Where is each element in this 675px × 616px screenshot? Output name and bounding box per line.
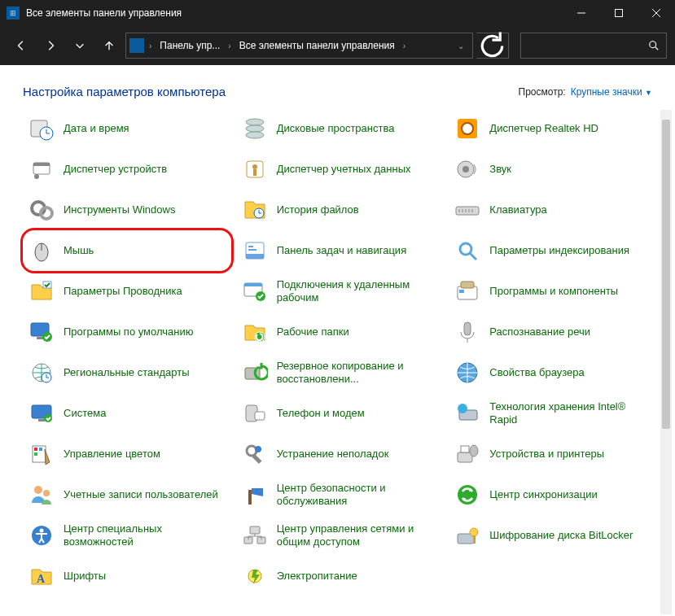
cpl-item[interactable]: Параметры индексирования <box>449 230 657 271</box>
cpl-item-label: Учетные записи пользователей <box>64 488 218 501</box>
svg-point-38 <box>460 243 471 255</box>
svg-rect-16 <box>33 163 50 166</box>
crumb-sep-icon[interactable]: › <box>226 42 232 50</box>
cpl-item-label: Диспетчер Realtek HD <box>489 122 598 135</box>
svg-point-22 <box>462 166 469 173</box>
scrollbar[interactable] <box>660 110 672 614</box>
close-button[interactable] <box>638 0 675 26</box>
svg-point-79 <box>40 529 44 533</box>
cpl-item-label: Параметры индексирования <box>489 244 629 257</box>
cpl-item[interactable]: Электропитание <box>236 556 445 596</box>
default-programs-icon <box>28 318 55 346</box>
backup-restore-icon <box>241 359 269 387</box>
cpl-item[interactable]: Устранение неполадок <box>236 434 445 474</box>
taskbar-icon <box>241 237 269 264</box>
fonts-icon: A <box>28 562 55 590</box>
svg-point-74 <box>34 486 42 494</box>
cpl-item-label: Шифрование диска BitLocker <box>489 529 633 542</box>
cpl-item[interactable]: AШрифты <box>23 556 231 596</box>
security-maintenance-icon <box>241 481 269 509</box>
cpl-item[interactable]: Рабочие папки <box>236 312 445 352</box>
crumb-sep-icon[interactable]: › <box>401 42 407 50</box>
cpl-item[interactable]: Региональные стандарты <box>23 352 231 393</box>
cpl-item[interactable]: Центр управления сетями и общим доступом <box>236 515 445 556</box>
cpl-item[interactable]: Резервное копирование и восстановлени... <box>236 352 445 393</box>
content-header: Настройка параметров компьютера Просмотр… <box>0 65 675 108</box>
forward-button[interactable] <box>37 33 64 59</box>
cpl-item[interactable]: Диспетчер Realtek HD <box>449 108 657 149</box>
keyboard-icon <box>454 196 481 224</box>
cpl-item[interactable]: Диспетчер устройств <box>23 149 231 190</box>
cpl-item[interactable]: Технология хранения Intel® Rapid <box>449 393 657 434</box>
cpl-item[interactable]: Инструменты Windows <box>23 190 231 230</box>
cpl-item[interactable]: Управление цветом <box>23 434 231 474</box>
svg-rect-61 <box>255 412 265 420</box>
cpl-item-label: Параметры Проводника <box>64 285 182 298</box>
cpl-item[interactable]: Подключения к удаленным рабочим <box>236 271 445 312</box>
recent-dropdown[interactable] <box>67 33 93 59</box>
cpl-item[interactable]: Диспетчер учетных данных <box>236 149 445 190</box>
disk-stack-icon <box>241 115 269 142</box>
power-options-icon <box>241 562 269 590</box>
cpl-item-label: Подключения к удаленным рабочим <box>277 278 440 305</box>
svg-rect-65 <box>34 448 37 451</box>
back-button[interactable] <box>8 33 34 59</box>
svg-point-73 <box>470 445 478 457</box>
cpl-item[interactable]: Телефон и модем <box>236 393 445 434</box>
cpl-item[interactable]: Учетные записи пользователей <box>23 474 231 515</box>
cpl-item-label: История файлов <box>277 203 359 216</box>
indexing-icon <box>454 237 481 264</box>
cpl-item[interactable]: Шифрование диска BitLocker <box>449 515 657 556</box>
svg-rect-48 <box>37 337 43 339</box>
address-bar[interactable]: › Панель упр... › Все элементы панели уп… <box>125 33 473 59</box>
control-panel-icon <box>129 38 144 53</box>
breadcrumb-2[interactable]: Все элементы панели управления <box>234 40 400 51</box>
speech-icon <box>454 318 481 346</box>
cpl-item[interactable]: Центр безопасности и обслуживания <box>236 474 445 515</box>
address-dropdown-icon[interactable]: ⌄ <box>453 42 469 50</box>
ease-of-access-icon <box>28 522 55 549</box>
device-manager-icon <box>28 155 55 183</box>
cpl-item[interactable]: Дисковые пространства <box>236 108 445 149</box>
cpl-item[interactable]: Система <box>23 393 231 434</box>
svg-point-4 <box>650 42 656 48</box>
cpl-item-label: Программы и компоненты <box>489 285 618 298</box>
cpl-item[interactable]: Мышь <box>23 230 231 271</box>
cpl-item[interactable]: Программы по умолчанию <box>23 312 231 352</box>
maximize-button[interactable] <box>600 0 638 26</box>
cpl-item[interactable]: Звук <box>449 149 657 190</box>
svg-point-70 <box>255 446 261 452</box>
svg-text:A: A <box>37 573 46 585</box>
cpl-item-label: Мышь <box>64 244 94 257</box>
up-button[interactable] <box>96 33 122 59</box>
cpl-item[interactable]: Распознавание речи <box>449 312 657 352</box>
cpl-item[interactable]: Параметры Проводника <box>23 271 231 312</box>
credential-manager-icon <box>241 155 269 183</box>
svg-rect-35 <box>246 254 264 259</box>
network-sharing-icon <box>241 522 269 549</box>
svg-rect-37 <box>248 249 256 251</box>
crumb-sep-icon[interactable]: › <box>147 42 153 50</box>
cpl-item-label: Дисковые пространства <box>277 122 395 135</box>
cpl-item-label: Диспетчер устройств <box>64 163 167 176</box>
breadcrumb-1[interactable]: Панель упр... <box>155 40 225 51</box>
minimize-button[interactable] <box>563 0 600 26</box>
cpl-item[interactable]: История файлов <box>236 190 445 230</box>
cpl-item[interactable]: Центр специальных возможностей <box>23 515 231 556</box>
cpl-item[interactable]: Панель задач и навигация <box>236 230 445 271</box>
cpl-item[interactable]: Программы и компоненты <box>449 271 657 312</box>
cpl-item-label: Звук <box>489 163 511 176</box>
scrollbar-thumb[interactable] <box>662 120 670 429</box>
refresh-button[interactable] <box>476 33 509 59</box>
search-input[interactable] <box>520 33 667 59</box>
view-dropdown[interactable]: Крупные значки ▼ <box>571 86 652 98</box>
cpl-item-label: Клавиатура <box>489 203 546 216</box>
cpl-item[interactable]: Клавиатура <box>449 190 657 230</box>
cpl-item[interactable]: Устройства и принтеры <box>449 434 657 474</box>
user-accounts-icon <box>28 481 55 509</box>
cpl-item[interactable]: Центр синхронизации <box>449 474 657 515</box>
view-label: Просмотр: <box>519 86 566 98</box>
cpl-item[interactable]: Свойства браузера <box>449 352 657 393</box>
svg-point-10 <box>246 119 264 125</box>
cpl-item[interactable]: Дата и время <box>23 108 231 149</box>
